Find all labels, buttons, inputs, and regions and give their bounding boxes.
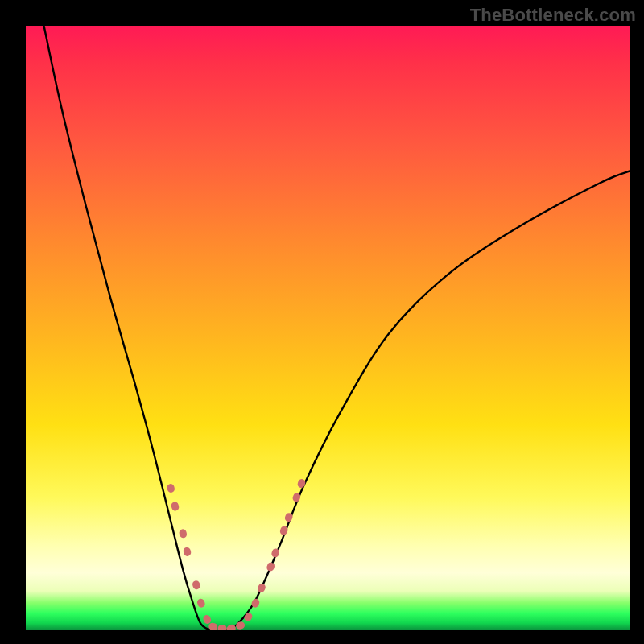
curve-marker	[226, 624, 237, 630]
curve-marker	[257, 583, 267, 594]
curve-marker	[296, 478, 306, 489]
chart-svg	[26, 26, 630, 630]
bottleneck-curve	[44, 26, 631, 630]
watermark-text: TheBottleneck.com	[470, 5, 636, 26]
curve-marker	[196, 597, 206, 608]
curve-marker	[266, 561, 275, 572]
curve-marker	[235, 621, 246, 630]
curve-marker	[192, 580, 201, 590]
chart-frame: TheBottleneck.com	[0, 0, 644, 644]
curve-marker	[183, 547, 192, 557]
plot-area	[26, 26, 630, 630]
curve-marker	[171, 501, 180, 511]
curve-marker	[202, 614, 212, 625]
marker-layer	[167, 478, 307, 630]
curve-marker	[218, 625, 227, 630]
curve-marker	[179, 528, 188, 539]
curve-marker	[243, 612, 254, 623]
curve-marker	[167, 483, 175, 493]
